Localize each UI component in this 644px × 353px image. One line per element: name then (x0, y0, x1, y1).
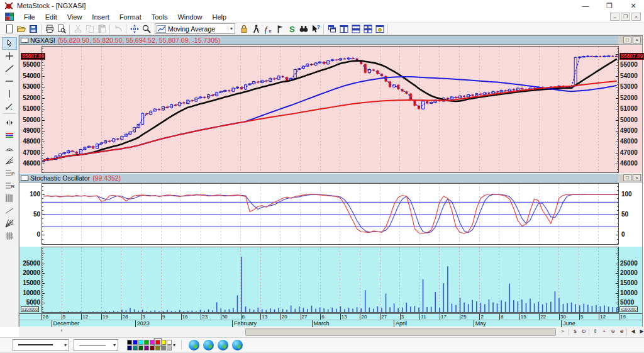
color-palette-arrow-icon[interactable]: ▾ (173, 342, 175, 348)
angle-line-tool-icon[interactable]: L (3, 101, 16, 112)
pan-button[interactable]: + (600, 328, 608, 336)
fib-projection-icon[interactable]: P (3, 167, 16, 179)
grid-tool-icon[interactable] (3, 230, 16, 242)
color-swatch[interactable] (155, 345, 160, 350)
fib-arcs-icon[interactable] (3, 142, 16, 154)
color-swatch[interactable] (127, 340, 132, 345)
menu-file[interactable]: File (19, 12, 40, 22)
color-swatch[interactable] (133, 340, 138, 345)
vertical-line-tool-icon[interactable] (3, 88, 16, 99)
panel-close-button[interactable]: × (633, 174, 641, 181)
color-swatch[interactable] (127, 345, 132, 350)
mdi-minimize-button[interactable]: – (610, 13, 619, 21)
crosshair-tool-icon[interactable] (3, 50, 16, 62)
panel-collapse-box[interactable] (21, 38, 28, 43)
scroll-right-arrow[interactable]: > (558, 328, 567, 336)
equis-lines-icon[interactable] (3, 130, 16, 141)
zoom-out-button[interactable]: ⊖ (609, 328, 617, 336)
stochastic-chart-canvas[interactable] (42, 183, 619, 245)
scroll-right-button[interactable]: ▶ (638, 328, 644, 336)
color-swatch[interactable] (161, 345, 166, 350)
line-weight-dropdown[interactable]: ▾ (13, 339, 69, 351)
fib-fan-icon[interactable] (3, 155, 16, 166)
save-icon[interactable] (27, 23, 39, 35)
color-swatch[interactable] (144, 345, 149, 350)
panel-collapse-box[interactable] (21, 176, 28, 181)
undo-icon[interactable] (112, 23, 124, 35)
open-file-icon[interactable] (15, 23, 27, 35)
menu-window[interactable]: Window (172, 12, 207, 22)
print-icon[interactable] (43, 23, 55, 35)
color-swatch[interactable] (138, 340, 143, 345)
print-preview-icon[interactable] (55, 23, 67, 35)
price-scale-button[interactable]: $ (571, 328, 579, 336)
restore-button[interactable]: ❐ (602, 0, 616, 11)
dropdown-arrow-icon[interactable]: ▾ (228, 26, 235, 31)
menu-edit[interactable]: Edit (40, 12, 62, 22)
color-swatch[interactable] (167, 340, 172, 345)
zoom-in-button[interactable]: ⊕ (618, 328, 626, 336)
gann-fan-icon[interactable] (3, 218, 16, 229)
dropdown-arrow-icon[interactable]: ▾ (62, 342, 69, 348)
panel-close-button[interactable]: × (633, 36, 641, 43)
scroll-left-button[interactable]: ◀ (629, 328, 637, 336)
system-tester-icon[interactable]: S (286, 23, 297, 35)
copy-icon[interactable] (84, 23, 96, 35)
fib-retracement-icon[interactable]: R (3, 180, 16, 191)
color-swatch[interactable] (161, 340, 166, 345)
workspace-icon[interactable] (374, 23, 386, 35)
expert-advisor-icon[interactable] (250, 23, 262, 35)
menu-tools[interactable]: Tools (147, 12, 173, 22)
scrollbar-thumb[interactable] (245, 328, 556, 336)
fit-vertical-button[interactable]: ⇕ (591, 328, 599, 336)
color-swatch[interactable] (150, 345, 155, 350)
menu-format[interactable]: Format (114, 12, 147, 22)
panel-restore-button[interactable]: □ (623, 174, 631, 181)
trendline-tool-icon[interactable] (3, 63, 16, 74)
menu-help[interactable]: Help (208, 12, 232, 22)
menu-view[interactable]: View (62, 12, 87, 22)
data-window-button[interactable]: D (580, 328, 588, 336)
minimize-button[interactable]: — (579, 0, 592, 11)
mdi-close-button[interactable]: × (631, 13, 641, 21)
symbol-nav-icon[interactable] (3, 117, 16, 128)
horizontal-line-tool-icon[interactable] (3, 76, 16, 87)
navigate-icon[interactable] (128, 23, 140, 35)
menu-insert[interactable]: Insert (87, 12, 114, 22)
mdi-restore-button[interactable]: ❐ (621, 13, 630, 21)
color-swatch[interactable] (138, 345, 143, 350)
tile-grid-icon[interactable] (362, 23, 374, 35)
context-help-icon[interactable]: ? (309, 23, 321, 35)
indicator-dropdown[interactable]: Moving Average ▾ (155, 23, 235, 34)
quick-chart-icon[interactable] (218, 340, 228, 350)
explorer-flag-icon[interactable] (274, 23, 286, 35)
color-swatch[interactable] (155, 340, 160, 345)
tile-horizontal-icon[interactable] (350, 23, 362, 35)
panel-restore-button[interactable]: □ (623, 36, 631, 43)
color-swatch[interactable] (133, 345, 138, 350)
cut-icon[interactable] (72, 23, 84, 35)
binoculars-icon[interactable] (297, 23, 309, 35)
dropdown-arrow-icon[interactable]: ▾ (111, 342, 118, 348)
tile-vertical-icon[interactable] (338, 23, 350, 35)
paste-icon[interactable] (96, 23, 108, 35)
quick-chart-icon[interactable] (203, 340, 214, 350)
indicator-builder-icon[interactable]: fn (262, 23, 274, 35)
color-swatch[interactable] (144, 340, 149, 345)
close-button[interactable]: ✕ (626, 0, 640, 11)
new-file-icon[interactable] (3, 23, 15, 35)
zoom-icon[interactable] (140, 23, 152, 35)
regression-line-icon[interactable] (3, 205, 16, 216)
volume-chart-canvas[interactable] (42, 247, 619, 313)
price-chart-canvas[interactable] (42, 46, 619, 173)
line-style-dropdown[interactable]: ▾ (74, 339, 118, 351)
padlock-icon[interactable] (238, 23, 250, 35)
color-swatch[interactable] (150, 340, 155, 345)
fib-timezones-icon[interactable] (3, 193, 16, 204)
pointer-tool-icon[interactable] (3, 38, 16, 49)
quick-chart-icon[interactable] (189, 340, 199, 350)
color-swatch[interactable] (167, 345, 172, 350)
cascade-windows-icon[interactable] (326, 23, 338, 35)
quick-chart-icon[interactable] (232, 340, 243, 350)
scroll-left-arrow[interactable]: ‹ (58, 327, 65, 335)
